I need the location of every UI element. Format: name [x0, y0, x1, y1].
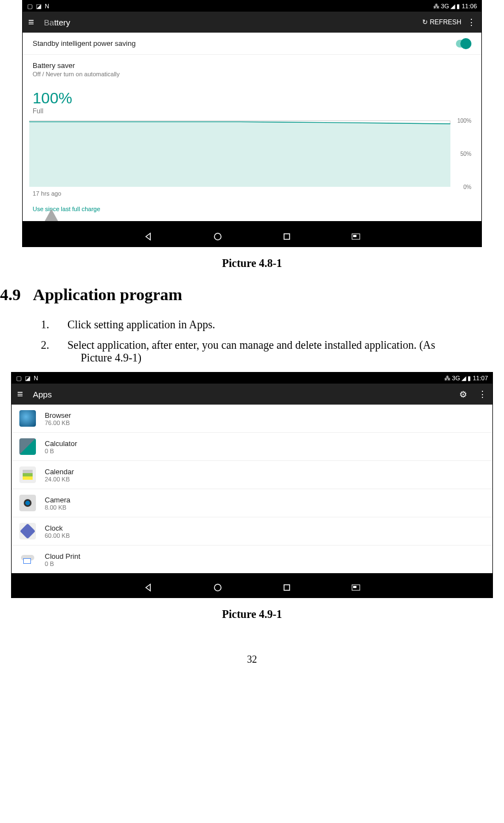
sd-icon: ◪ [25, 375, 30, 382]
refresh-label: REFRESH [430, 18, 461, 26]
usage-link[interactable]: Use since last full charge [23, 200, 481, 221]
image-icon: ▢ [27, 3, 33, 10]
app-item-cloud-print[interactable]: Cloud Print 0 B [12, 545, 492, 573]
step-2: Select application, after enter, you can… [52, 339, 504, 364]
network-label: 3G [452, 375, 460, 381]
page-number: 32 [0, 654, 504, 665]
battery-icon: ▮ [456, 3, 460, 10]
app-item-calendar[interactable]: Calendar 24.00 KB [12, 460, 492, 489]
clock-text: 11:06 [461, 3, 477, 9]
step-1: Click setting application in Apps. [52, 318, 504, 331]
app-name: Camera [45, 496, 70, 504]
gear-icon[interactable]: ⚙ [459, 389, 467, 400]
chart-label-0: 0% [464, 184, 471, 190]
app-size: 0 B [45, 560, 80, 567]
battery-screenshot: ▢ ◪ N ⁂ 3G ◢ ▮ 11:06 ≡ Battery ↻ REFRESH… [22, 0, 482, 247]
back-icon[interactable] [144, 583, 153, 592]
app-size: 60.00 KB [45, 532, 70, 539]
standby-title: Standby intelligent power saving [33, 39, 135, 48]
recents-icon[interactable] [283, 584, 291, 591]
app-size: 76.00 KB [45, 420, 71, 426]
standby-toggle[interactable] [456, 40, 471, 48]
browser-icon [19, 410, 36, 427]
refresh-button[interactable]: ↻ REFRESH [422, 18, 461, 26]
bluetooth-icon: ⁂ [433, 3, 439, 10]
app-name: Calculator [45, 439, 77, 448]
overflow-menu-icon[interactable]: ⋮ [478, 389, 487, 400]
menu-icon[interactable]: ≡ [17, 389, 23, 400]
chart-label-50: 50% [460, 151, 471, 157]
signal-icon: ◢ [461, 375, 466, 382]
battery-saver-row[interactable]: Battery saver Off / Never turn on automa… [23, 55, 481, 84]
section-title: Application program [33, 285, 182, 304]
calculator-icon [19, 438, 36, 455]
chart-time-label: 17 hrs ago [23, 187, 481, 200]
app-size: 24.00 KB [45, 476, 74, 483]
app-name: Browser [45, 411, 71, 420]
camera-icon [19, 495, 36, 511]
section-heading: 4.9 Application program [0, 285, 504, 304]
app-name: Clock [45, 524, 70, 532]
overflow-menu-icon[interactable]: ⋮ [467, 17, 476, 28]
svg-point-4 [214, 584, 221, 591]
home-icon[interactable] [213, 232, 222, 241]
standby-row[interactable]: Standby intelligent power saving [23, 33, 481, 55]
back-icon[interactable] [144, 232, 153, 241]
nav-bar [23, 227, 481, 247]
n-icon: N [45, 3, 49, 9]
refresh-icon: ↻ [422, 18, 428, 26]
app-title: Battery [44, 18, 422, 27]
clock-icon [19, 523, 36, 539]
status-bar: ▢ ◪ N ⁂ 3G ◢ ▮ 11:06 [23, 1, 481, 12]
app-bar: ≡ Battery ↻ REFRESH ⋮ [23, 12, 481, 33]
app-name: Calendar [45, 468, 74, 476]
battery-saver-title: Battery saver [33, 61, 75, 70]
battery-icon: ▮ [468, 375, 471, 382]
sd-icon: ◪ [36, 3, 41, 10]
apps-screenshot: ▢ ◪ N ⁂ 3G ◢ ▮ 11:07 ≡ Apps ⚙ ⋮ [11, 372, 493, 598]
app-item-browser[interactable]: Browser 76.00 KB [12, 405, 492, 432]
app-size: 0 B [45, 448, 77, 454]
svg-rect-1 [284, 234, 290, 239]
bluetooth-icon: ⁂ [444, 375, 450, 382]
battery-status: Full [33, 107, 471, 115]
home-icon[interactable] [213, 583, 222, 592]
recents-icon[interactable] [283, 233, 291, 240]
app-item-calculator[interactable]: Calculator 0 B [12, 432, 492, 460]
nav-bar-2 [12, 578, 492, 597]
clock-text: 11:07 [473, 375, 488, 381]
caption-2: Picture 4.9-1 [0, 608, 504, 621]
n-icon: N [34, 375, 38, 381]
signal-icon: ◢ [450, 3, 455, 10]
svg-point-0 [214, 233, 221, 240]
app-title: Apps [33, 390, 459, 399]
battery-percentage: 100% [33, 90, 471, 107]
svg-rect-3 [353, 235, 356, 237]
steps-list: Click setting application in Apps. Selec… [0, 318, 504, 364]
app-item-clock[interactable]: Clock 60.00 KB [12, 517, 492, 545]
battery-chart: 100% 50% 0% [29, 120, 471, 187]
app-bar-2: ≡ Apps ⚙ ⋮ [12, 384, 492, 405]
calendar-icon [19, 466, 36, 483]
image-icon: ▢ [16, 375, 22, 382]
battery-saver-sub: Off / Never turn on automatically [33, 71, 120, 77]
cloud-print-icon [19, 551, 36, 568]
caption-1: Picture 4.8-1 [0, 257, 504, 270]
apps-list: Browser 76.00 KB Calculator 0 B Calendar… [12, 405, 492, 573]
network-label: 3G [441, 3, 449, 9]
svg-rect-5 [284, 585, 290, 590]
screenshot-icon[interactable] [351, 232, 360, 241]
svg-rect-7 [353, 586, 356, 588]
chart-label-100: 100% [457, 118, 471, 124]
screenshot-icon[interactable] [351, 583, 360, 592]
app-item-camera[interactable]: Camera 8.00 KB [12, 489, 492, 517]
status-bar-2: ▢ ◪ N ⁂ 3G ◢ ▮ 11:07 [12, 373, 492, 384]
app-size: 8.00 KB [45, 504, 70, 511]
menu-icon[interactable]: ≡ [28, 17, 34, 28]
section-number: 4.9 [0, 285, 21, 304]
app-name: Cloud Print [45, 552, 80, 560]
